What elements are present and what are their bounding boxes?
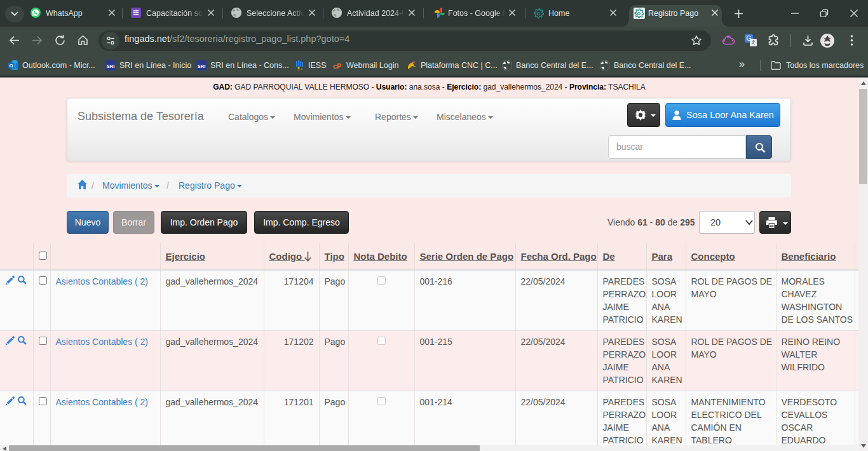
svg-text:SRI: SRI [198, 64, 206, 69]
svg-text:SRI: SRI [107, 64, 115, 69]
svg-text:cP: cP [333, 62, 341, 70]
svg-text:O: O [9, 63, 13, 69]
